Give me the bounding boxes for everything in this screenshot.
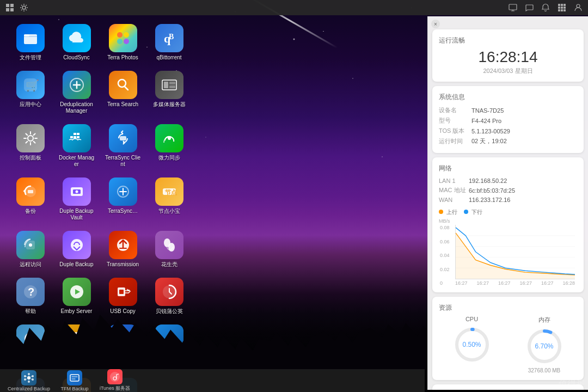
bottom-app-tfm[interactable]: TFM Backup [56,369,94,393]
tos-value: 5.1.123-00529 [471,126,577,136]
svg-rect-33 [70,136,73,138]
weisync-icon [155,124,183,152]
panel-close-button[interactable]: × [431,20,440,28]
tos-label: TOS 版本 [439,126,471,136]
app-pdfox[interactable]: 贝锐蒲公英 [149,275,189,317]
bell-icon[interactable] [540,2,551,13]
bottom-app-centralized[interactable]: Centralized Backup [4,369,53,393]
svg-rect-8 [564,4,566,6]
svg-rect-11 [564,7,566,9]
terraphotos-label: Terra Photos [107,54,138,61]
app-controlpanel[interactable]: 控制面板 [10,122,51,170]
appstore-icon: 🛒 [16,71,45,99]
app-emby[interactable]: Emby Server [56,275,97,317]
emby-label: Emby Server [61,308,93,315]
app-cloudsync[interactable]: CloudSync [56,22,97,63]
app-usbcopy[interactable]: USB Copy [102,275,143,317]
duplevault-label: Duple Backup Vault [58,208,95,221]
terrasync2-icon [109,177,137,206]
desktop: 文件管理 CloudSync Terra Photos [0,0,588,392]
terrasync-icon [109,124,137,152]
svg-point-4 [22,6,26,9]
svg-point-19 [124,32,129,38]
resources-card: 资源 CPU 0.50% 内存 [432,297,584,380]
model-value: F4-424 Pro [471,115,577,126]
svg-rect-0 [6,4,9,7]
app-remote[interactable]: 远程访问 [10,229,51,270]
app-weisync[interactable]: 微力同步 [149,122,189,170]
network-card: 网络 LAN 1 192.168.50.22 MAC 地址 6c:bf:b5:0… [432,157,584,292]
app-terrasync2[interactable]: TerraSync… [102,175,143,223]
user-icon[interactable] [573,2,584,13]
svg-rect-5 [509,4,517,10]
chat-icon[interactable] [524,2,535,13]
svg-point-48 [29,243,32,247]
bottom-app-itunes[interactable]: iTunes 服务器 [96,368,134,392]
apps-grid-icon[interactable] [556,2,567,13]
itunes-icon [107,369,122,384]
media-label: 多媒体服务器 [153,101,186,108]
svg-point-32 [28,136,33,141]
app-docker[interactable]: Docker Manager [56,122,97,170]
app-transmission[interactable]: Transmission [102,229,143,270]
watermark: 值得买 [559,378,585,390]
lan-value: 192.168.50.22 [469,176,577,185]
app-appstore[interactable]: 🛒 应用中心 [10,69,51,117]
node-label: 节点小宝 [158,208,180,215]
monitor-icon[interactable] [507,2,518,13]
svg-rect-30 [169,82,175,84]
settings-icon[interactable] [19,2,29,13]
svg-marker-85 [456,233,575,279]
transmission-icon [109,231,137,259]
grid-icon[interactable] [4,2,15,13]
chart-wrapper: 0.08 0.06 0.04 0.02 0 [455,225,575,286]
svg-rect-17 [24,34,29,36]
memory-total: 32768.00 MB [528,367,561,373]
app-terrasearch[interactable]: Terra Search [102,69,143,117]
remote-label: 远程访问 [20,261,41,268]
cpu-donut: 0.50% [453,326,491,364]
app-qbittorrent[interactable]: q B qBittorrent [149,22,189,63]
app-duplevault[interactable]: Duple Backup Vault [56,175,97,223]
weisync-label: 微力同步 [158,155,180,161]
app-terrasync[interactable]: TerraSync Client [102,122,143,170]
cpu-value: 0.50% [462,341,481,348]
mb-label: MB/s [439,218,577,224]
app-duplebackup[interactable]: Duple Backup [56,229,97,270]
centralized-icon [21,370,36,385]
app-filemanager[interactable]: 文件管理 [10,22,51,63]
media-icon [155,71,183,99]
cloudsync-label: CloudSync [63,54,89,61]
app-backup[interactable]: 备份 [10,175,51,223]
svg-rect-14 [564,9,566,11]
docker-icon [63,124,91,152]
uptime-label: 运行时间 [439,136,471,146]
running-flows-card: 运行流畅 16:28:14 2024/03/03 星期日 [432,29,584,82]
app-dedup[interactable]: Deduplication Manager [56,69,97,117]
terrasync-label: TerraSync Client [105,155,141,168]
svg-rect-78 [70,375,79,381]
duplebackup-label: Duple Backup [59,261,93,268]
mac-label: MAC 地址 [439,185,469,195]
app-node[interactable]: 节点 节点小宝 [149,175,189,223]
app-media[interactable]: 多媒体服务器 [149,69,189,117]
appstore-label: 应用中心 [20,101,41,108]
model-label: 型号 [439,115,471,126]
info-row-uptime: 运行时间 02 天，19:02 [439,136,577,146]
app-terraphotos[interactable]: Terra Photos [102,22,143,63]
peanut-icon [155,231,183,259]
wan-label: WAN [439,195,469,204]
filemanager-label: 文件管理 [20,54,41,61]
svg-rect-9 [558,7,560,9]
net-row-wan: WAN 116.233.172.16 [439,195,577,204]
app-help[interactable]: ? 帮助 [10,275,51,317]
cpu-resource: CPU 0.50% [453,316,491,373]
terrasync2-label: TerraSync… [108,208,138,215]
device-value: TNAS-7D25 [471,105,577,115]
down-dot [464,210,468,214]
up-label: 上行 [446,209,457,215]
system-info-title: 系统信息 [439,93,577,102]
remote-icon [16,231,45,259]
pdfox-label: 贝锐蒲公英 [156,308,183,315]
app-peanut[interactable]: 花生壳 [149,229,189,270]
